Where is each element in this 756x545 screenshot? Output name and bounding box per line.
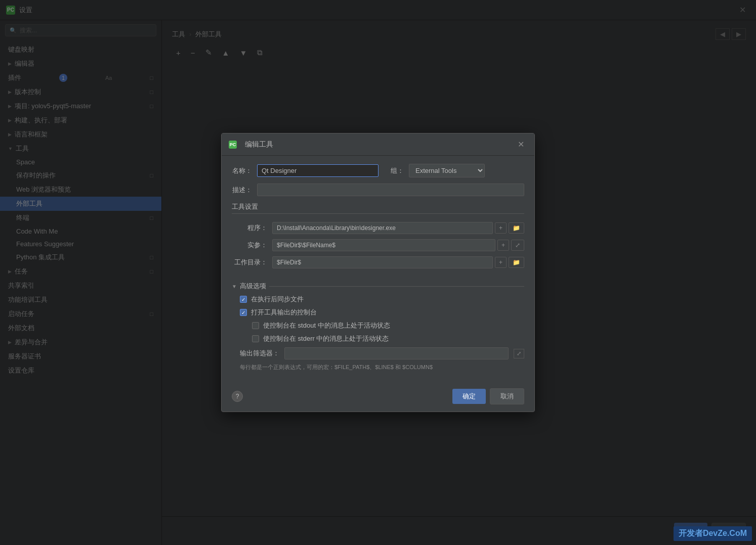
check-icon: ✓: [241, 297, 245, 302]
dialog-cancel-button[interactable]: 取消: [490, 388, 524, 404]
program-input-wrapper: + 📁: [272, 222, 524, 234]
output-filter-label: 输出筛选器：: [240, 349, 279, 358]
dialog-close-button[interactable]: ✕: [515, 139, 527, 150]
help-button[interactable]: ?: [232, 391, 243, 402]
cb3-row: 使控制台在 stdout 中的消息上处于活动状态: [232, 321, 524, 330]
args-input[interactable]: [272, 239, 495, 251]
tool-settings: 程序： + 📁 实参： + ⤢: [232, 218, 524, 278]
dialog-footer: ? 确定 取消: [222, 383, 534, 412]
advanced-section: ▼ 高级选项 ✓ 在执行后同步文件 ✓: [232, 282, 524, 371]
dialog-body: 名称： 组： External Tools 描述： 工具设置: [222, 156, 534, 383]
group-select[interactable]: External Tools: [409, 164, 485, 177]
dialog-app-icon: PC: [229, 141, 237, 149]
workdir-input[interactable]: [272, 256, 493, 268]
advanced-title: 高级选项: [240, 282, 266, 291]
workdir-label: 工作目录：: [232, 258, 267, 267]
watermark: 开发者DevZe.CoM: [674, 526, 752, 541]
tool-settings-header: 工具设置: [232, 202, 524, 214]
output-filter-input[interactable]: [284, 347, 509, 359]
edit-tool-dialog: PC 编辑工具 ✕ 名称： 组： External Tools: [221, 133, 535, 412]
output-filter-expand-button[interactable]: ⤢: [514, 349, 524, 358]
cb2-row: ✓ 打开工具输出的控制台: [232, 308, 524, 317]
dialog-titlebar: PC 编辑工具 ✕: [222, 133, 534, 156]
dialog-overlay: PC 编辑工具 ✕ 名称： 组： External Tools: [0, 0, 756, 545]
name-input[interactable]: [257, 164, 379, 177]
program-row: 程序： + 📁: [232, 222, 524, 234]
args-label: 实参：: [232, 241, 267, 250]
output-filter-row: 输出筛选器： ⤢: [232, 347, 524, 359]
cb2-label: 打开工具输出的控制台: [251, 308, 317, 317]
workdir-row: 工作目录： + 📁: [232, 256, 524, 268]
cb2-checkbox[interactable]: ✓: [240, 309, 247, 316]
advanced-divider: [269, 286, 524, 287]
main-window: PC 设置 ✕ 🔍 键盘映射 ▶ 编辑器 插件 1: [0, 0, 756, 545]
advanced-header[interactable]: ▼ 高级选项: [232, 282, 524, 291]
name-label: 名称：: [232, 166, 252, 175]
dialog-title: 编辑工具: [245, 140, 273, 149]
group-label: 组：: [384, 166, 404, 175]
args-row: 实参： + ⤢: [232, 239, 524, 251]
args-add-macro-button[interactable]: +: [497, 240, 509, 251]
program-label: 程序：: [232, 223, 267, 233]
args-input-wrapper: + ⤢: [272, 239, 524, 251]
args-expand-button[interactable]: ⤢: [511, 240, 524, 251]
desc-label: 描述：: [232, 186, 252, 195]
name-group-row: 名称： 组： External Tools: [232, 164, 524, 177]
cb3-label: 使控制台在 stdout 中的消息上处于活动状态: [263, 321, 390, 330]
hint-text: 每行都是一个正则表达式，可用的宏：$FILE_PATH$、$LINE$ 和 $C…: [232, 364, 524, 371]
program-add-macro-button[interactable]: +: [495, 222, 507, 234]
program-browse-button[interactable]: 📁: [509, 222, 524, 234]
workdir-add-macro-button[interactable]: +: [495, 257, 507, 268]
cb1-checkbox[interactable]: ✓: [240, 296, 247, 303]
desc-input[interactable]: [257, 184, 524, 196]
cb4-checkbox[interactable]: [252, 335, 259, 342]
check-icon: ✓: [241, 310, 245, 315]
group-select-wrapper: External Tools: [409, 164, 485, 177]
cb4-row: 使控制台在 stderr 中的消息上处于活动状态: [232, 334, 524, 343]
desc-row: 描述：: [232, 184, 524, 196]
workdir-input-wrapper: + 📁: [272, 256, 524, 268]
program-input[interactable]: [272, 222, 493, 234]
cb1-row: ✓ 在执行后同步文件: [232, 295, 524, 304]
workdir-browse-button[interactable]: 📁: [509, 257, 524, 268]
cb1-label: 在执行后同步文件: [251, 295, 304, 304]
advanced-arrow-icon: ▼: [232, 284, 237, 289]
cb4-label: 使控制台在 stderr 中的消息上处于活动状态: [263, 334, 389, 343]
dialog-ok-button[interactable]: 确定: [452, 389, 486, 404]
cb3-checkbox[interactable]: [252, 322, 259, 329]
